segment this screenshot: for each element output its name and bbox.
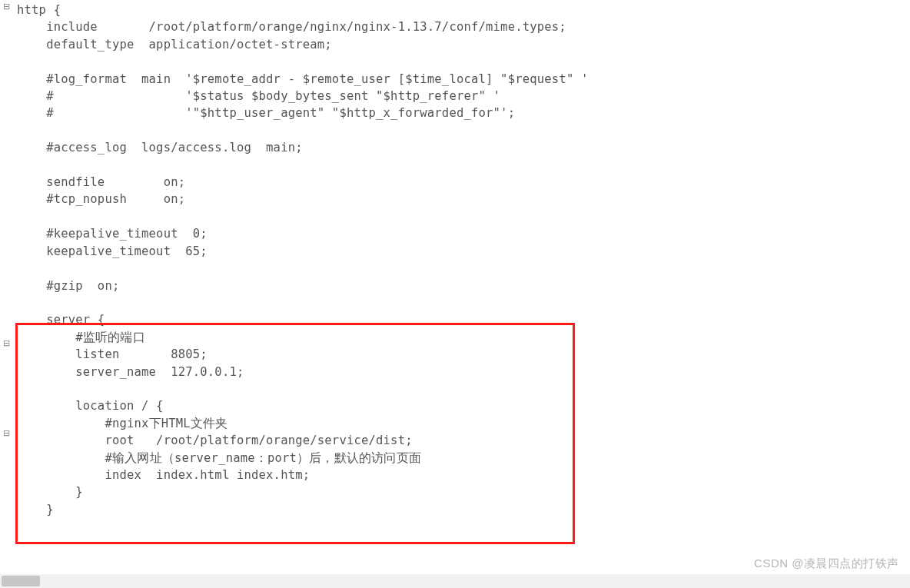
- fold-toggle-icon[interactable]: ⊟: [3, 428, 10, 438]
- fold-toggle-icon[interactable]: ⊟: [3, 338, 10, 348]
- fold-toggle-icon[interactable]: ⊟: [3, 2, 10, 12]
- code-block: http { include /root/platform/orange/ngi…: [17, 2, 907, 568]
- fold-gutter: ⊟⊟⊟: [0, 0, 15, 569]
- horizontal-scroll-thumb[interactable]: [2, 576, 40, 586]
- watermark-text: CSDN @凌晨四点的打铁声: [754, 556, 899, 571]
- horizontal-scrollbar[interactable]: [0, 574, 910, 588]
